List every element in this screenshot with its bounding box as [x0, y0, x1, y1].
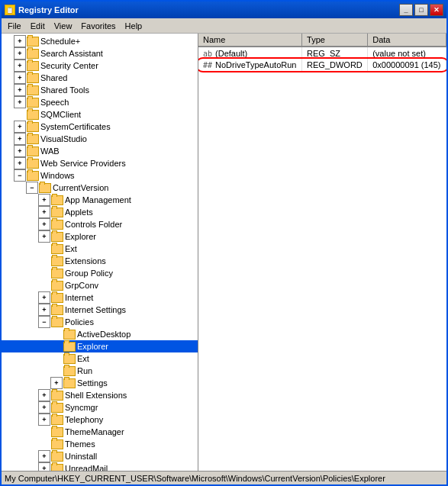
tree-item[interactable]: Extensions [2, 255, 198, 267]
tree-expander[interactable]: − [26, 182, 38, 194]
tree-item[interactable]: +Shared Tools [2, 84, 198, 96]
tree-expander[interactable]: + [38, 389, 50, 401]
tree-item[interactable]: Run [2, 365, 198, 377]
tree-item[interactable]: −Policies [2, 316, 198, 328]
tree-item[interactable]: +Shared [2, 72, 198, 84]
tree-item[interactable]: Themes [2, 438, 198, 450]
tree-item[interactable]: +Schedule+ [2, 35, 198, 47]
tree-label: Telephony [65, 415, 103, 424]
minimize-button[interactable]: _ [399, 4, 413, 16]
tree-item[interactable]: +App Management [2, 194, 198, 206]
tree-item[interactable]: Ext [2, 352, 198, 365]
tree-item[interactable]: +Settings [2, 377, 198, 389]
tree-item[interactable]: +Internet Settings [2, 304, 198, 316]
tree-item[interactable]: +VisualStudio [2, 133, 198, 145]
tree-expander[interactable]: + [14, 157, 26, 169]
tree-item[interactable]: +Speech [2, 96, 198, 108]
tree-item[interactable]: GrpConv [2, 279, 198, 291]
tree-expander[interactable]: + [38, 291, 50, 304]
tree-expander[interactable]: + [14, 121, 26, 133]
tree-label: Security Center [40, 61, 98, 70]
folder-icon [51, 256, 63, 266]
tree-item[interactable]: ThemeManager [2, 426, 198, 438]
folder-icon [27, 110, 39, 120]
menu-bar: File Edit View Favorites Help [2, 18, 446, 34]
tree-expander-empty [50, 365, 63, 377]
tree-item[interactable]: +SystemCertificates [2, 121, 198, 133]
tree-label: Uninstall [65, 452, 97, 461]
tree-expander[interactable]: − [38, 316, 50, 328]
tree-expander[interactable]: + [38, 450, 50, 462]
tree-expander[interactable]: + [38, 230, 50, 243]
tree-expander[interactable]: + [14, 96, 26, 108]
tree-item[interactable]: +WAB [2, 145, 198, 157]
tree-expander[interactable]: + [38, 218, 50, 230]
tree-expander[interactable]: + [14, 133, 26, 145]
tree-expander[interactable]: + [38, 414, 50, 426]
tree-label: Shared [40, 73, 67, 82]
tree-panel[interactable]: +Schedule++Search Assistant+Security Cen… [2, 34, 198, 471]
folder-icon [27, 85, 39, 95]
tree-item[interactable]: +Security Center [2, 60, 198, 72]
tree-label: Shell Extensions [65, 391, 127, 400]
table-row[interactable]: ##NoDriveTypeAutoRunREG_DWORD0x00000091 … [198, 59, 446, 71]
menu-view[interactable]: View [50, 18, 77, 33]
tree-label: Speech [40, 98, 69, 107]
tree-item[interactable]: −CurrentVersion [2, 182, 198, 194]
tree-expander-empty [38, 243, 50, 255]
tree-item[interactable]: +Applets [2, 206, 198, 218]
title-bar: 📋 Registry Editor _ □ ✕ [2, 2, 446, 18]
tree-item[interactable]: +Telephony [2, 414, 198, 426]
tree-expander[interactable]: + [14, 145, 26, 157]
tree-item[interactable]: +Explorer [2, 230, 198, 243]
tree-expander[interactable]: + [38, 194, 50, 206]
menu-help[interactable]: Help [121, 18, 147, 33]
tree-label: Applets [65, 208, 93, 217]
app-icon: 📋 [5, 5, 15, 15]
tree-expander[interactable]: + [14, 84, 26, 96]
folder-icon [51, 281, 63, 291]
title-bar-left: 📋 Registry Editor [5, 5, 79, 15]
tree-item[interactable]: +Syncmgr [2, 401, 198, 414]
tree-expander[interactable]: − [14, 169, 26, 182]
menu-edit[interactable]: Edit [26, 18, 50, 33]
tree-expander[interactable]: + [14, 35, 26, 47]
tree-expander-empty [38, 279, 50, 291]
tree-item[interactable]: Group Policy [2, 267, 198, 279]
tree-label: Run [77, 366, 92, 375]
tree-item[interactable]: −Windows [2, 169, 198, 182]
tree-item[interactable]: +Web Service Providers [2, 157, 198, 169]
maximize-button[interactable]: □ [414, 4, 428, 16]
tree-item[interactable]: +Shell Extensions [2, 389, 198, 401]
tree-expander[interactable]: + [14, 60, 26, 72]
tree-expander[interactable]: + [14, 72, 26, 84]
tree-expander[interactable]: + [38, 304, 50, 316]
folder-icon [63, 354, 76, 364]
folder-icon [51, 220, 63, 230]
tree-label: Ext [77, 354, 89, 363]
folder-icon [51, 195, 63, 205]
tree-item[interactable]: ActiveDesktop [2, 328, 198, 340]
tree-item[interactable]: +Search Assistant [2, 47, 198, 60]
tree-expander[interactable]: + [38, 401, 50, 414]
tree-item[interactable]: SQMClient [2, 108, 198, 121]
tree-expander[interactable]: + [14, 47, 26, 60]
close-button[interactable]: ✕ [430, 4, 443, 16]
tree-item[interactable]: +Uninstall [2, 450, 198, 462]
tree-expander[interactable]: + [38, 206, 50, 218]
tree-expander-empty [38, 426, 50, 438]
tree-item[interactable]: +Controls Folder [2, 218, 198, 230]
tree-item[interactable]: Explorer [2, 340, 198, 352]
menu-favorites[interactable]: Favorites [76, 18, 120, 33]
tree-item[interactable]: +Internet [2, 291, 198, 304]
tree-label: Settings [77, 378, 108, 388]
tree-label: CurrentVersion [53, 183, 108, 192]
table-row[interactable]: ab(Default)REG_SZ(value not set) [198, 47, 446, 59]
tree-item[interactable]: Ext [2, 243, 198, 255]
menu-file[interactable]: File [3, 18, 26, 33]
tree-expander-empty [50, 328, 63, 340]
tree-expander[interactable]: + [38, 462, 50, 471]
tree-item[interactable]: +UnreadMail [2, 462, 198, 471]
folder-icon [51, 232, 63, 242]
tree-expander[interactable]: + [50, 377, 63, 389]
